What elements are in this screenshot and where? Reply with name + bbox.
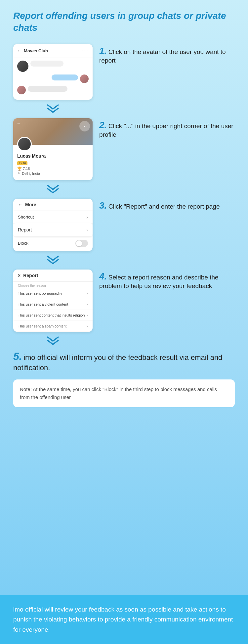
profile-dots-button[interactable]: ··· [79, 121, 90, 131]
chat-row-2 [17, 74, 89, 83]
user-avatar-1[interactable] [17, 61, 28, 72]
report-subtitle: Choose the reason [13, 282, 93, 288]
profile-back-arrow[interactable]: ← [17, 121, 21, 126]
user-avatar-2[interactable] [80, 74, 89, 83]
step-1-ui: ← Moves Club ··· [13, 44, 93, 100]
report-header-label: Report [23, 273, 38, 278]
step-2-block: ← ··· Lucas Moura Lv.16 🏆 7.18 🏳 Delhi, … [13, 118, 235, 180]
step-2-number: 2. [99, 120, 107, 130]
toggle-knob [76, 240, 82, 246]
page-title: Report offending users in group chats or… [13, 10, 235, 34]
chat-header: ← Moves Club ··· [13, 44, 93, 58]
step-5-block: 5. imo official will inform you of the f… [13, 350, 235, 373]
step-2-desc: 2. Click "..." in the upper right corner… [99, 118, 235, 139]
message-bubble-2 [52, 74, 78, 80]
step-4-text: Select a report reason and describe the … [99, 274, 219, 290]
back-arrow-icon[interactable]: ← [17, 48, 22, 53]
chevron-divider-3 [13, 255, 235, 266]
step-5-text: imo official will inform you of the feed… [13, 353, 222, 372]
report-label: Report [18, 227, 32, 232]
report-chevron-icon: › [86, 227, 88, 232]
profile-header: ← ··· [13, 118, 93, 145]
menu-item-report[interactable]: Report › [13, 223, 93, 237]
chat-row-3 [17, 86, 89, 94]
profile-avatar[interactable] [17, 137, 32, 151]
reason-chevron-4: › [87, 324, 88, 328]
reason-item-4[interactable]: This user sent a spam content › [13, 321, 93, 332]
avatar-img-3 [17, 86, 26, 94]
note-text: Note: At the same time, you can click "B… [20, 385, 228, 401]
menu-item-shortcut[interactable]: Shortcut › [13, 211, 93, 224]
profile-name: Lucas Moura [17, 153, 89, 159]
reason-chevron-2: › [87, 302, 88, 307]
reason-label-2: This user sent a violent content [18, 302, 68, 306]
step-3-desc: 3. Click "Report" and enter the report p… [99, 199, 235, 211]
menu-item-block[interactable]: Block [13, 236, 93, 251]
more-header: ← More [13, 199, 93, 211]
reason-label-1: This user sent pornography [18, 291, 62, 295]
reason-item-1[interactable]: This user sent pornography › [13, 288, 93, 299]
step-3-number: 3. [99, 200, 107, 211]
chevron-divider-1 [13, 104, 235, 114]
profile-location: 🏳 Delhi, India [17, 172, 89, 175]
step-5-number: 5. [13, 350, 22, 362]
message-bubble-3 [28, 86, 67, 92]
more-label: More [25, 202, 36, 207]
note-section: Note: At the same time, you can click "B… [13, 379, 235, 407]
chat-messages [13, 58, 93, 100]
avatar-img-1 [17, 61, 28, 72]
profile-rating: 🏆 7.18 [17, 167, 89, 171]
block-toggle[interactable] [75, 240, 88, 247]
main-content: Report offending users in group chats or… [0, 0, 248, 595]
step-3-text: Click "Report" and enter the report page [108, 203, 220, 210]
reason-chevron-1: › [87, 291, 88, 296]
step-4-desc: 4. Select a report reason and describe t… [99, 270, 235, 291]
report-close-icon[interactable]: × [18, 273, 21, 278]
reason-item-2[interactable]: This user sent a violent content › [13, 299, 93, 310]
chat-header-left: ← Moves Club [17, 48, 48, 53]
step-4-ui: × Report Choose the reason This user sen… [13, 270, 93, 332]
step-1-text: Click on the avatar of the user you want… [99, 48, 226, 64]
step-3-block: ← More Shortcut › Report › Block 3. Clic… [13, 199, 235, 251]
step-4-number: 4. [99, 271, 107, 281]
more-back-arrow[interactable]: ← [18, 202, 22, 207]
step-3-ui: ← More Shortcut › Report › Block [13, 199, 93, 251]
footer-text: imo official will review your feedback a… [13, 605, 235, 635]
block-label: Block [18, 241, 28, 246]
avatar-img-2 [80, 74, 89, 83]
chevron-divider-2 [13, 184, 235, 195]
chat-row-1 [17, 61, 89, 72]
step-1-desc: 1. Click on the avatar of the user you w… [99, 44, 235, 65]
step-1-number: 1. [99, 46, 107, 56]
step-2-ui: ← ··· Lucas Moura Lv.16 🏆 7.18 🏳 Delhi, … [13, 118, 93, 180]
more-dots-icon[interactable]: ··· [82, 47, 89, 54]
reason-chevron-3: › [87, 313, 88, 318]
step-1-block: ← Moves Club ··· [13, 44, 235, 100]
message-bubble-1 [30, 61, 63, 67]
shortcut-chevron-icon: › [86, 215, 88, 220]
step-4-block: × Report Choose the reason This user sen… [13, 270, 235, 332]
profile-badge: Lv.16 [17, 161, 27, 165]
chat-name: Moves Club [24, 48, 48, 53]
chevron-divider-4 [13, 336, 235, 346]
reason-item-3[interactable]: This user sent content that insults reli… [13, 310, 93, 321]
report-header: × Report [13, 270, 93, 282]
reason-label-4: This user sent a spam content [18, 324, 66, 328]
user-avatar-3[interactable] [17, 86, 26, 94]
reason-label-3: This user sent content that insults reli… [18, 313, 85, 317]
shortcut-label: Shortcut [18, 215, 34, 220]
step-2-text: Click "..." in the upper right corner of… [99, 123, 233, 138]
footer-section: imo official will review your feedback a… [0, 595, 248, 644]
